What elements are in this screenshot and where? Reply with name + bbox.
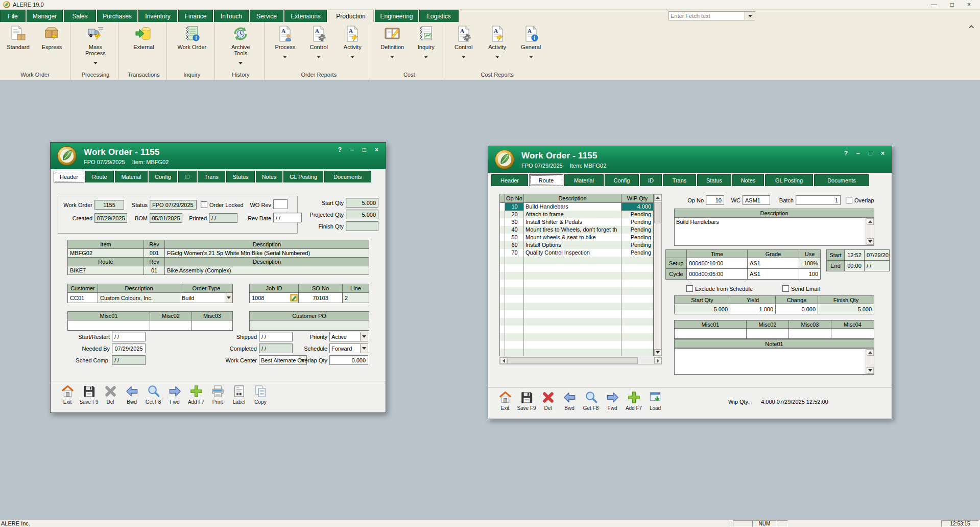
operation-row[interactable]: 40 Mount tires to Wheels, don't forget t…: [500, 226, 653, 234]
collapse-ribbon-button[interactable]: [968, 23, 976, 30]
scroll-right-button[interactable]: [654, 357, 661, 364]
item-rev-cell[interactable]: 001: [144, 249, 164, 257]
maximize-button[interactable]: □: [363, 146, 366, 153]
misc02-field[interactable]: [150, 320, 192, 330]
get-button[interactable]: Get F8: [581, 391, 601, 411]
setup-time-field[interactable]: 000d00:10:00: [687, 258, 747, 268]
description-textarea[interactable]: Build Handlebars: [674, 217, 874, 246]
overlap-checkbox[interactable]: [846, 197, 852, 203]
fetch-input[interactable]: [668, 11, 745, 20]
menu-tab-sales[interactable]: Sales: [64, 10, 96, 22]
copy-button[interactable]: Copy: [251, 384, 270, 405]
operation-row[interactable]: 10 Build Handlebars 4.000: [500, 203, 653, 211]
menu-tab-service[interactable]: Service: [250, 10, 283, 22]
tab-route[interactable]: Route: [85, 171, 114, 182]
customer-name-cell[interactable]: Custom Colours, Inc.: [98, 293, 180, 303]
menu-tab-engineering[interactable]: Engineering: [375, 10, 418, 22]
bom-date-field[interactable]: 05/01/2025: [150, 213, 182, 223]
ribbon-button-control[interactable]: Control: [303, 25, 334, 60]
app-maximize-button[interactable]: □: [950, 1, 954, 9]
forward-button[interactable]: Fwd: [603, 391, 622, 411]
start-restart-field[interactable]: / /: [112, 332, 146, 341]
tab-config[interactable]: Config: [605, 174, 639, 186]
start-date-cell[interactable]: 07/29/2025: [865, 250, 889, 260]
load-button[interactable]: Load: [646, 391, 665, 411]
tab-id[interactable]: ID: [640, 174, 662, 186]
minimize-button[interactable]: –: [350, 146, 354, 153]
menu-tab-finance[interactable]: Finance: [178, 10, 213, 22]
scrollbar-thumb[interactable]: [654, 202, 661, 223]
tab-config[interactable]: Config: [149, 171, 177, 182]
edit-job-icon[interactable]: [290, 294, 298, 302]
misc01-field[interactable]: [675, 329, 746, 338]
start-qty-cell[interactable]: 5.000: [675, 304, 730, 314]
tab-gl-posting[interactable]: GL Posting: [283, 171, 323, 182]
tab-header[interactable]: Header: [54, 171, 84, 182]
wc-field[interactable]: ASM1: [743, 195, 770, 205]
start-qty-field[interactable]: 5.000: [346, 198, 378, 208]
item-cell[interactable]: MBFG02: [68, 249, 144, 257]
ribbon-button-general[interactable]: General: [515, 25, 547, 60]
tab-material[interactable]: Material: [564, 174, 604, 186]
misc02-field[interactable]: [747, 329, 788, 338]
help-button[interactable]: ?: [338, 146, 342, 153]
setup-use-cell[interactable]: 100%: [799, 258, 820, 268]
route-description-cell[interactable]: Bike Assembly (Complex): [165, 266, 369, 274]
fetch-dropdown-button[interactable]: [745, 11, 755, 20]
scroll-left-button[interactable]: [500, 357, 507, 364]
misc01-field[interactable]: [68, 320, 150, 330]
operation-row[interactable]: 50 Mount wheels & seat to bike Pending: [500, 234, 653, 241]
order-locked-checkbox[interactable]: [201, 201, 207, 208]
ribbon-button-external[interactable]: External: [128, 25, 159, 50]
so-no-field[interactable]: 70103: [299, 293, 342, 303]
misc03-field[interactable]: [192, 320, 232, 330]
cycle-time-field[interactable]: 000d00:05:00: [687, 269, 747, 279]
tab-notes[interactable]: Notes: [732, 174, 764, 186]
change-field[interactable]: 0.000: [776, 304, 818, 314]
close-button[interactable]: ×: [881, 150, 885, 157]
scroll-up-button[interactable]: [867, 218, 874, 225]
ribbon-button-archive-tools[interactable]: Archive Tools: [225, 25, 256, 66]
exclude-from-schedule-checkbox[interactable]: [686, 285, 693, 292]
textarea-scrollbar[interactable]: [866, 349, 874, 374]
window-titlebar[interactable]: Work Order - 1155 FPO 07/29/2025 Item: M…: [51, 143, 386, 169]
tab-documents[interactable]: Documents: [814, 174, 869, 186]
order-type-dropdown[interactable]: Build: [180, 293, 232, 303]
priority-dropdown[interactable]: Active: [329, 332, 368, 341]
delete-button[interactable]: Del: [538, 391, 558, 411]
setup-grade-field[interactable]: AS1: [748, 258, 799, 268]
note-textarea[interactable]: [674, 348, 874, 375]
yield-field[interactable]: 1.000: [730, 304, 775, 314]
ribbon-button-activity-cost[interactable]: Activity: [482, 25, 513, 60]
app-minimize-button[interactable]: —: [931, 1, 937, 9]
finish-qty-field[interactable]: [346, 221, 378, 231]
forward-button[interactable]: Fwd: [165, 384, 184, 405]
scroll-up-button[interactable]: [867, 349, 874, 356]
maximize-button[interactable]: □: [869, 150, 872, 157]
op-no-field[interactable]: 10: [706, 195, 724, 205]
backward-button[interactable]: Bwd: [122, 384, 141, 405]
tab-status[interactable]: Status: [697, 174, 731, 186]
wo-rev-field[interactable]: [273, 199, 288, 209]
close-button[interactable]: ×: [375, 146, 378, 153]
misc03-field[interactable]: [789, 329, 831, 338]
chevron-down-icon[interactable]: [360, 332, 368, 341]
line-cell[interactable]: 2: [343, 293, 369, 303]
projected-qty-field[interactable]: 5.000: [346, 210, 378, 219]
menu-tab-logistics[interactable]: Logistics: [419, 10, 459, 22]
customer-po-field[interactable]: [250, 320, 369, 330]
delete-button[interactable]: Del: [101, 384, 120, 405]
textarea-scrollbar[interactable]: [866, 218, 874, 245]
tab-status[interactable]: Status: [226, 171, 255, 182]
tab-gl-posting[interactable]: GL Posting: [765, 174, 813, 186]
exit-button[interactable]: Exit: [495, 391, 515, 411]
tab-notes[interactable]: Notes: [256, 171, 282, 182]
ribbon-button-work-order-inquiry[interactable]: Work Order: [176, 25, 208, 50]
item-description-cell[interactable]: FGcfg Women's 21 Sp White Mtn Bike (Seri…: [165, 249, 369, 257]
job-id-field[interactable]: 1008: [250, 293, 298, 303]
operation-row[interactable]: 70 Quality Control Inspection Pending: [500, 249, 653, 257]
tab-documents[interactable]: Documents: [324, 171, 371, 182]
cycle-grade-field[interactable]: AS1: [748, 269, 799, 279]
scroll-down-button[interactable]: [654, 349, 661, 356]
chevron-down-icon[interactable]: [360, 344, 368, 353]
